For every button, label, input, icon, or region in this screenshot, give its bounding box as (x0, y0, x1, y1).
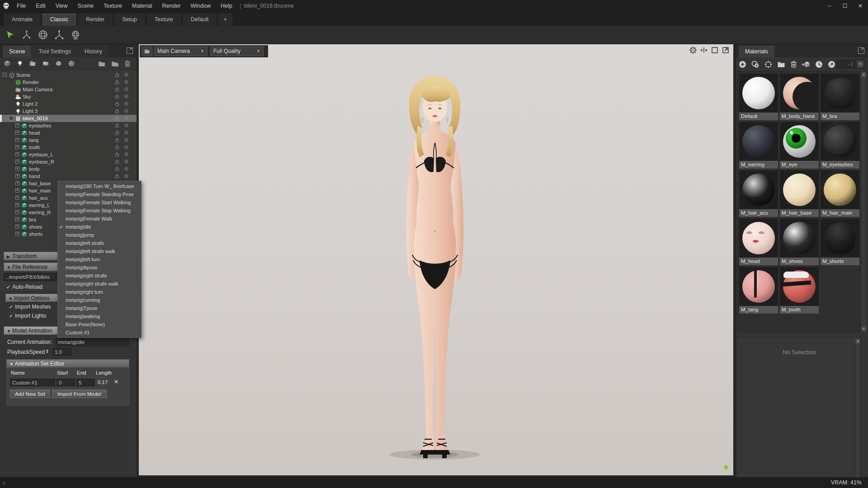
tree-item-light-3[interactable]: Light 3 (0, 108, 137, 115)
dropdown-item[interactable]: metarig|left strafe (58, 239, 141, 247)
expander-icon[interactable]: − (9, 116, 13, 120)
undock-panel-icon[interactable] (858, 47, 864, 54)
camera-icon-button[interactable] (142, 47, 152, 56)
dropdown-item[interactable]: metarig|Female Walk (58, 215, 141, 223)
lock-icon[interactable] (115, 145, 119, 150)
tree-item-render[interactable]: Render (0, 79, 137, 86)
visibility-icon[interactable] (124, 160, 128, 164)
menu-material[interactable]: Material (127, 0, 157, 12)
material-item-m_tooth[interactable]: M_tooth (780, 267, 819, 314)
maximize-viewport-icon[interactable] (711, 46, 719, 54)
tab-materials[interactable]: Materials (739, 46, 774, 57)
tree-item-body[interactable]: +body (0, 165, 137, 173)
visibility-icon[interactable] (124, 73, 128, 77)
dropdown-item[interactable]: metarig|Female Start Walking (58, 198, 141, 206)
expander-icon[interactable]: + (15, 217, 19, 221)
material-item-m_hair_main[interactable]: M_hair_main (821, 170, 859, 217)
move-tool-button[interactable] (20, 28, 33, 42)
expander-icon[interactable]: + (15, 188, 19, 192)
universal-tool-button[interactable] (69, 28, 82, 42)
split-view-icon[interactable] (700, 46, 708, 54)
add-camera-icon[interactable] (29, 60, 36, 67)
dropdown-item[interactable]: metarig|Apose (58, 263, 141, 272)
materials-scrollbar[interactable]: ▲ ▼ (861, 71, 867, 332)
material-item-m_earring[interactable]: M_earring (739, 122, 778, 169)
lock-icon[interactable] (115, 152, 119, 157)
visibility-icon[interactable] (124, 123, 128, 127)
tree-item-scene[interactable]: −Scene (0, 71, 137, 79)
new-material-icon[interactable] (739, 61, 746, 68)
minimize-button[interactable]: ─ (822, 0, 837, 12)
scale-tool-button[interactable] (52, 28, 66, 42)
auto-reload-checkbox[interactable]: ✓Auto-Reload (6, 284, 42, 290)
menu-file[interactable]: File (12, 0, 31, 12)
add-sky-icon[interactable] (42, 60, 49, 67)
tab-history[interactable]: History (78, 46, 108, 57)
lock-icon[interactable] (115, 174, 119, 178)
material-item-m_head[interactable]: M_head (739, 219, 778, 265)
lock-icon[interactable] (115, 73, 119, 77)
tree-item-sky[interactable]: Sky (0, 93, 137, 100)
dropdown-item[interactable]: metarig|Female Stop Walking (58, 206, 141, 215)
dropdown-item[interactable]: metarig|180 Turn W_ Briefcase (58, 182, 141, 190)
menu-help[interactable]: Help (216, 0, 237, 12)
dropdown-item[interactable]: metarig|jump (58, 231, 141, 239)
material-item-m_tang[interactable]: M_tang (739, 267, 778, 314)
quality-select[interactable]: Full Quality▼ (210, 47, 264, 56)
visibility-icon[interactable] (124, 109, 128, 113)
add-new-set-button[interactable]: Add New Set (10, 389, 50, 398)
expander-icon[interactable]: + (15, 160, 19, 164)
anim-set-name-field[interactable]: Custom #1 (10, 379, 55, 386)
visibility-icon[interactable] (124, 94, 128, 99)
dropdown-item[interactable]: metarig|Female Standing Pose (58, 190, 141, 198)
inspector-scrollbar[interactable]: ▲ ▼ (855, 338, 861, 488)
duplicate-material-icon[interactable] (751, 61, 760, 68)
lock-icon[interactable] (115, 167, 119, 171)
expander-icon[interactable]: + (15, 167, 19, 171)
expander-icon[interactable]: + (15, 152, 19, 156)
lock-icon[interactable] (115, 109, 119, 113)
playback-speed-field[interactable]: 1.0 (52, 348, 71, 356)
lock-icon[interactable] (115, 160, 119, 164)
tab-tool-settings[interactable]: Tool Settings (32, 46, 77, 57)
tree-item-tang[interactable]: +tang (0, 136, 137, 144)
expander-icon[interactable]: + (15, 145, 19, 149)
close-button[interactable]: ✕ (853, 0, 868, 12)
expander-icon[interactable]: + (15, 225, 19, 229)
playback-speed-stepper[interactable]: ▲▼ (46, 349, 49, 353)
dropdown-item[interactable]: Custom #1 (58, 328, 141, 337)
menu-edit[interactable]: Edit (31, 0, 51, 12)
animation-set-editor-header[interactable]: ▼Animation Set Editor (6, 359, 129, 367)
dropdown-item[interactable]: Base Pose(None) (58, 320, 141, 328)
popout-viewport-icon[interactable] (722, 46, 730, 54)
workspace-tab-animate[interactable]: Animate (4, 14, 41, 26)
app-logo-icon[interactable] (0, 0, 12, 12)
import-from-model-button[interactable]: Import From Model (52, 389, 107, 398)
visibility-icon[interactable] (124, 138, 128, 142)
delete-set-icon[interactable]: ✕ (114, 379, 118, 385)
add-object-icon[interactable] (4, 60, 11, 67)
expander-icon[interactable]: + (15, 174, 19, 178)
tree-item-main-camera[interactable]: Main Camera (0, 86, 137, 93)
tree-item-tooth[interactable]: +tooth (0, 144, 137, 151)
material-item-m_eyelashes[interactable]: M_eyelashes (821, 122, 859, 169)
expander-icon[interactable]: + (15, 131, 19, 135)
import-meshes-checkbox[interactable]: ✓Import Meshes (9, 304, 51, 310)
tree-item-light-2[interactable]: Light 2 (0, 100, 137, 108)
workspace-tab-texture[interactable]: Texture (146, 14, 181, 26)
dropdown-item[interactable]: metarig|right strafe walk (58, 280, 141, 288)
visibility-icon[interactable] (124, 116, 128, 120)
expander-icon[interactable]: + (15, 232, 19, 236)
material-item-m_bra[interactable]: M_bra (821, 74, 859, 120)
material-item-m_hair_acs[interactable]: M_hair_acs (739, 170, 778, 217)
workspace-tab-default[interactable]: Default (183, 14, 217, 26)
scroll-up-icon[interactable]: ▲ (861, 72, 866, 77)
tree-item-eyebase_l[interactable]: +eyebase_L (0, 151, 137, 158)
dropdown-item[interactable]: metarig|Tpose (58, 304, 141, 312)
visibility-icon[interactable] (124, 152, 128, 156)
visibility-icon[interactable] (124, 145, 128, 149)
expander-icon[interactable]: + (15, 203, 19, 207)
tab-scene[interactable]: Scene (3, 46, 31, 57)
lock-icon[interactable] (115, 131, 119, 135)
expander-icon[interactable]: + (15, 181, 19, 185)
